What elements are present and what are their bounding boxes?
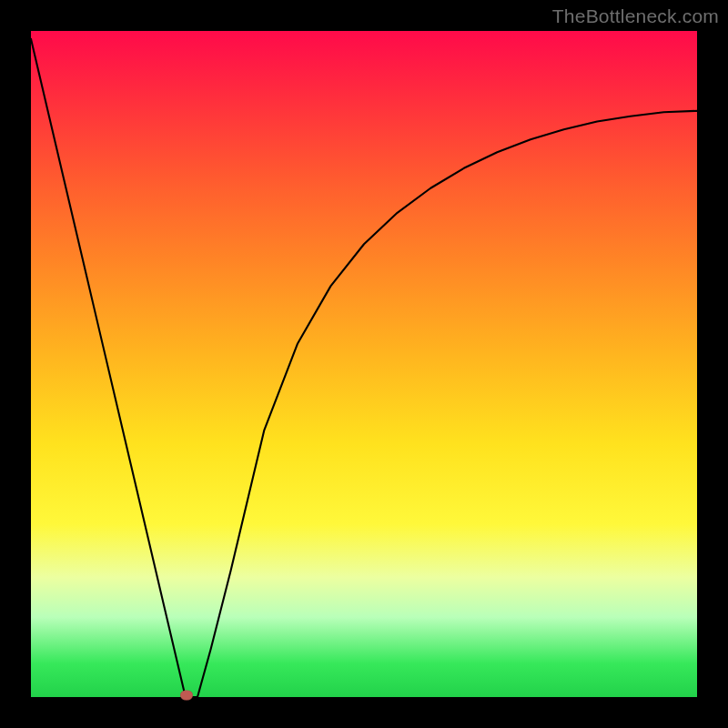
bottleneck-curve bbox=[31, 31, 697, 697]
minimum-marker-icon bbox=[180, 691, 193, 701]
chart-plot-area bbox=[31, 31, 697, 697]
watermark-label: TheBottleneck.com bbox=[552, 5, 719, 27]
chart-frame: TheBottleneck.com bbox=[0, 0, 728, 728]
